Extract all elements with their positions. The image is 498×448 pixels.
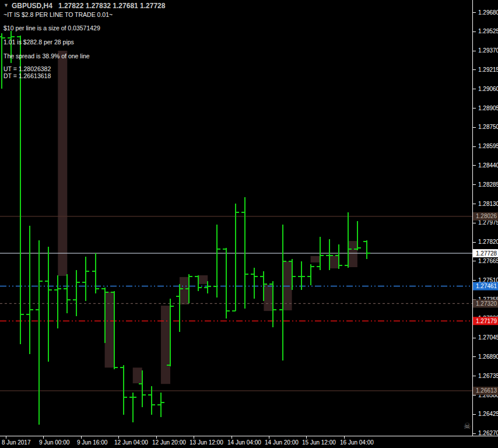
bear-block-rect[interactable]: [198, 275, 208, 284]
price-axis-label: 1.28595: [478, 143, 498, 149]
time-axis-label: 14 Jun 04:00: [227, 439, 261, 446]
ut-line-price-tag-label: 1.28026: [476, 213, 497, 219]
time-axis-label: 12 Jun 04:00: [114, 439, 148, 446]
ohlc-quote-label: 1.27822 1.27832 1.27681 1.27728: [58, 2, 166, 10]
bid-line-price-tag-label: 1.27728: [476, 250, 497, 257]
chart-window: 1.296801.295251.293701.292151.290601.289…: [0, 0, 498, 448]
bear-block-rect[interactable]: [161, 306, 170, 384]
price-axis-label: 1.28750: [478, 124, 498, 130]
chart-title-bar: ▼GBPUSD,H41.27822 1.27832 1.27681 1.2772…: [3, 2, 165, 10]
symbol-period-label: GBPUSD,H4: [12, 2, 52, 10]
comment-line-ut: UT = 1.28026382: [3, 65, 51, 72]
bear-block-rect[interactable]: [133, 368, 142, 383]
price-axis-label: 1.26735: [478, 373, 498, 379]
one-click-trading-collapse-icon[interactable]: ▼: [3, 2, 9, 8]
price-axis-label: 1.27045: [478, 334, 498, 341]
comment-line-2: $10 per line is a size of 0.03571429: [3, 24, 100, 32]
price-axis-label: 1.28905: [478, 105, 498, 111]
time-axis-label: 9 Jun 00:00: [39, 439, 70, 446]
price-axis-label: 1.27975: [478, 219, 498, 226]
bear-block-rect[interactable]: [348, 241, 357, 267]
price-axis-label: 1.29215: [478, 66, 498, 73]
price-chart-canvas[interactable]: 1.296801.295251.293701.292151.290601.289…: [0, 0, 498, 448]
time-axis-label: 12 Jun 20:00: [152, 439, 186, 446]
time-axis-label: 16 Jun 04:00: [340, 439, 374, 446]
price-axis-label: 1.27820: [478, 239, 498, 245]
upper-blue-line-price-tag-label: 1.27461: [476, 283, 497, 289]
bear-block-rect[interactable]: [105, 292, 114, 368]
bear-block-rect[interactable]: [58, 51, 67, 276]
comment-line-4: The spread is 38.9% of one line: [3, 52, 90, 60]
price-axis-label: 1.29370: [478, 47, 498, 54]
bear-block-rect[interactable]: [311, 256, 320, 262]
price-axis-label: 1.26425: [478, 411, 498, 417]
dt-line-price-tag-label: 1.26613: [476, 387, 497, 394]
price-axis-label: 1.26890: [478, 354, 498, 360]
bear-block-rect[interactable]: [264, 285, 273, 311]
lower-red-line-price-tag-label: 1.27179: [476, 318, 497, 324]
mid-gray-line-price-tag-label: 1.27320: [476, 300, 497, 307]
time-axis-label: 9 Jun 16:00: [77, 439, 108, 446]
bear-block-rect[interactable]: [329, 256, 339, 268]
bear-block-rect[interactable]: [180, 277, 189, 304]
chart-background: [0, 0, 498, 448]
price-axis-label: 1.26270: [478, 430, 498, 436]
time-axis-label: 13 Jun 12:00: [190, 439, 223, 446]
price-axis-label: 1.28130: [478, 201, 498, 207]
price-axis-label: 1.28285: [478, 181, 498, 188]
price-axis-label: 1.29525: [478, 28, 498, 34]
price-axis-label: 1.27665: [478, 258, 498, 264]
price-axis-label: 1.28440: [478, 162, 498, 169]
price-axis-label: 1.29060: [478, 86, 498, 92]
time-axis-label: 15 Jun 12:00: [302, 439, 336, 446]
comment-line-1: ~IT IS $2.8 PER LINE TO TRADE 0.01~: [3, 11, 113, 18]
comment-line-dt: DT = 1.26613618: [3, 72, 51, 79]
skull-icon[interactable]: ☠: [464, 421, 471, 430]
comment-line-3: 1.01 is $282.8 per 28 pips: [3, 38, 74, 46]
price-axis-label: 1.29680: [478, 9, 498, 16]
time-axis-label: 8 Jun 2017: [2, 439, 31, 446]
time-axis-label: 14 Jun 20:00: [265, 439, 299, 446]
